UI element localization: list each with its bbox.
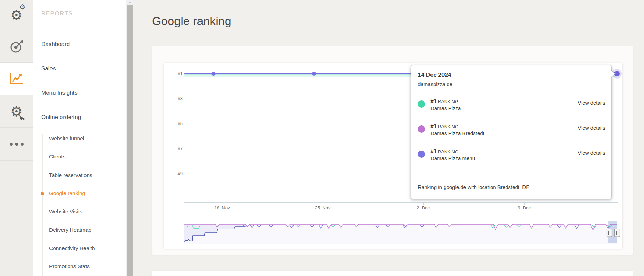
data-point-marker: [312, 72, 316, 76]
rank-label: RANKING: [438, 99, 458, 104]
more-ellipsis-icon: [10, 143, 24, 146]
rank-value: #1: [430, 123, 437, 129]
series-name: Damas Pizza Bredstedt: [430, 130, 484, 136]
chart-tooltip: 14 Dec 2024 damaspizza.de #1RANKING Dama…: [411, 65, 612, 199]
rank-label: RANKING: [438, 149, 458, 154]
rank-label: RANKING: [438, 124, 458, 129]
x-tick: [222, 202, 222, 205]
sidebar-item-website-funnel[interactable]: Website funnel: [49, 135, 84, 142]
series-name: Damas Pizza: [430, 105, 461, 111]
rail-item-automation[interactable]: ⚙: [0, 95, 33, 128]
y-tick-label: #3: [167, 96, 183, 101]
series-color-dot: [418, 151, 425, 158]
scrollbar-thumb[interactable]: [127, 5, 133, 276]
sidebar-section-title: REPORTS: [41, 10, 73, 17]
y-tick-label: #7: [167, 146, 183, 151]
sidebar-item-delivery-heatmap[interactable]: Delivery Heatmap: [49, 227, 91, 233]
view-details-link[interactable]: View details: [578, 150, 605, 156]
sidebar-item-table-reservations[interactable]: Table reservations: [49, 172, 92, 178]
goals-target-icon: [9, 39, 24, 54]
sidebar-item-dashboard[interactable]: Dashboard: [41, 41, 70, 48]
sidebar-item-promotions-stats[interactable]: Promotions Stats: [49, 263, 90, 269]
rank-value: #1: [430, 98, 437, 104]
sidebar-item-website-visits[interactable]: Website Visits: [49, 208, 82, 215]
sidebar-divider: [41, 29, 117, 29]
x-tick-label: 25. Nov: [307, 205, 338, 211]
y-tick-label: #1: [167, 71, 183, 76]
settings-small-gear-icon: ⚙: [19, 3, 25, 10]
cursor-pointer-icon: [19, 115, 25, 122]
series-name: Damas Pizza menü: [430, 155, 475, 161]
submenu-left-border: [42, 134, 43, 276]
reports-chart-icon: [9, 72, 24, 86]
x-tick: [323, 202, 323, 205]
range-navigator[interactable]: [184, 219, 622, 244]
hover-crosshair: [617, 69, 617, 202]
tooltip-row: #1RANKING Damas Pizza menü View details: [418, 148, 605, 164]
y-tick-label: #5: [167, 121, 183, 126]
reports-sidebar: REPORTS Dashboard Sales Menu Insights On…: [33, 0, 126, 276]
rail-item-goals[interactable]: [0, 30, 33, 63]
sidebar-item-online-ordering[interactable]: Online ordering: [41, 114, 81, 121]
sidebar-item-menu-insights[interactable]: Menu Insights: [41, 89, 78, 96]
scrollbar-up-arrow-icon[interactable]: ▲: [126, 1, 134, 4]
y-tick-label: #9: [167, 171, 183, 176]
data-point-marker: [211, 72, 216, 76]
tooltip-date: 14 Dec 2024: [418, 72, 451, 79]
x-axis-line: [184, 202, 618, 203]
series-color-dot: [418, 100, 425, 108]
view-details-link[interactable]: View details: [578, 125, 605, 131]
rail-item-more[interactable]: [0, 128, 33, 161]
view-details-link[interactable]: View details: [578, 100, 605, 106]
x-tick: [423, 202, 424, 205]
navigator-handle: [615, 229, 620, 237]
rail-item-reports[interactable]: [0, 63, 33, 95]
tooltip-footer: Ranking in google.de with location Breds…: [418, 184, 529, 190]
x-tick-label: 18. Nov: [207, 205, 238, 211]
navigator-handle: [607, 229, 612, 237]
page-title: Google ranking: [152, 14, 231, 28]
series-color-dot: [418, 125, 425, 133]
sidebar-item-sales[interactable]: Sales: [41, 65, 56, 72]
x-tick-label: 2. Dec: [408, 205, 439, 211]
rail-item-settings[interactable]: ⚙ ⚙: [0, 0, 33, 30]
tooltip-domain: damaspizza.de: [418, 81, 452, 87]
next-section-card: [152, 271, 633, 276]
icon-rail: ⚙ ⚙ ⚙: [0, 0, 33, 276]
sidebar-item-connectivity-health[interactable]: Connectivity Health: [49, 245, 95, 251]
active-item-dot: [41, 192, 44, 195]
rank-value: #1: [430, 148, 437, 154]
tooltip-row: #1RANKING Damas Pizza View details: [418, 98, 605, 113]
x-tick: [524, 202, 525, 205]
sidebar-scrollbar: ▲: [126, 0, 134, 276]
tooltip-row: #1RANKING Damas Pizza Bredstedt View det…: [418, 123, 605, 139]
x-tick-label: 9. Dec: [509, 205, 540, 211]
sidebar-item-clients[interactable]: Clients: [49, 154, 65, 160]
sidebar-item-google-ranking[interactable]: Google ranking: [49, 190, 85, 196]
